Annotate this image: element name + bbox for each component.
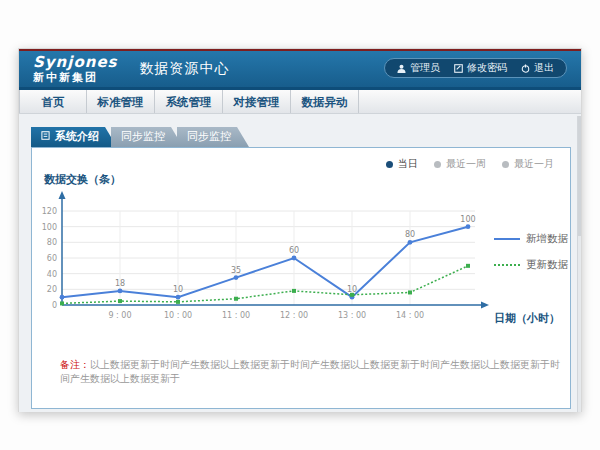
footnote: 备注：以上数据更新于时间产生数据以上数据更新于时间产生数据以上数据更新于时间产生… xyxy=(60,358,560,386)
user-icon xyxy=(397,64,406,73)
vertical-scrollbar[interactable] xyxy=(577,116,581,412)
scrollbar-thumb[interactable] xyxy=(578,116,581,236)
tab-system-intro[interactable]: 系统介绍 xyxy=(31,127,117,147)
user-menu[interactable]: 管理员 xyxy=(397,61,440,75)
user-pill: 管理员 修改密码 退出 xyxy=(384,58,567,78)
svg-text:35: 35 xyxy=(231,266,241,275)
legend-label: 更新数据 xyxy=(526,258,568,272)
svg-text:11 : 00: 11 : 00 xyxy=(222,311,250,320)
nav-item-standard-mgmt[interactable]: 标准管理 xyxy=(87,90,155,113)
svg-text:13 : 00: 13 : 00 xyxy=(338,311,366,320)
change-password-button[interactable]: 修改密码 xyxy=(454,61,507,75)
nav-item-system-mgmt[interactable]: 系统管理 xyxy=(155,90,223,113)
nav-item-interface-mgmt[interactable]: 对接管理 xyxy=(223,90,291,113)
user-label: 管理员 xyxy=(410,61,440,75)
svg-text:120: 120 xyxy=(42,207,57,216)
svg-text:60: 60 xyxy=(47,254,57,263)
legend-update-data: 更新数据 xyxy=(494,258,568,272)
x-axis-title: 日期（小时） xyxy=(494,311,560,326)
logout-button[interactable]: 退出 xyxy=(521,61,554,75)
filter-label: 最近一月 xyxy=(514,157,554,171)
tab-label: 系统介绍 xyxy=(55,127,99,147)
legend-new-data: 新增数据 xyxy=(494,232,568,246)
app-window: Synjones 新中新集团 数据资源中心 管理员 修改密码 退出 xyxy=(18,48,582,412)
logo-text: Synjones xyxy=(33,55,118,70)
svg-text:18: 18 xyxy=(115,279,125,288)
svg-text:10 : 00: 10 : 00 xyxy=(164,311,192,320)
svg-text:14 : 00: 14 : 00 xyxy=(396,311,424,320)
radio-dot-icon xyxy=(434,161,441,168)
svg-text:0: 0 xyxy=(52,301,57,310)
power-icon xyxy=(521,64,530,73)
svg-text:60: 60 xyxy=(289,246,299,255)
svg-text:100: 100 xyxy=(42,223,57,232)
main-nav: 首页 标准管理 系统管理 对接管理 数据异动 xyxy=(19,90,581,114)
footnote-text: 以上数据更新于时间产生数据以上数据更新于时间产生数据以上数据更新于时间产生数据以… xyxy=(60,359,560,384)
logo-subtext: 新中新集团 xyxy=(33,72,118,83)
document-icon xyxy=(41,127,50,147)
nav-item-data-change[interactable]: 数据异动 xyxy=(291,90,359,113)
svg-text:80: 80 xyxy=(47,238,57,247)
logout-label: 退出 xyxy=(534,61,554,75)
dotted-line-sample-icon xyxy=(494,264,520,266)
svg-text:20: 20 xyxy=(47,285,57,294)
page-title: 数据资源中心 xyxy=(140,60,230,78)
svg-text:10: 10 xyxy=(347,285,357,294)
content-area: 系统介绍 同步监控 同步监控 当日 最近一周 xyxy=(19,114,581,412)
chart-panel: 当日 最近一周 最近一月 数据交换（条） 0204060801001209 : … xyxy=(31,147,571,409)
nav-item-home[interactable]: 首页 xyxy=(19,90,87,113)
tab-label: 同步监控 xyxy=(187,127,231,147)
filter-option-today[interactable]: 当日 xyxy=(386,157,418,171)
footnote-prefix: 备注： xyxy=(60,359,90,370)
svg-text:9 : 00: 9 : 00 xyxy=(108,311,131,320)
radio-dot-icon xyxy=(502,161,509,168)
filter-label: 当日 xyxy=(398,157,418,171)
tab-sync-monitor-2[interactable]: 同步监控 xyxy=(177,127,249,147)
time-range-filters: 当日 最近一周 最近一月 xyxy=(386,157,554,171)
svg-text:100: 100 xyxy=(460,215,475,224)
filter-option-last-week[interactable]: 最近一周 xyxy=(434,157,486,171)
tab-bar: 系统介绍 同步监控 同步监控 xyxy=(31,127,249,147)
radio-dot-icon xyxy=(386,161,393,168)
tab-sync-monitor-1[interactable]: 同步监控 xyxy=(111,127,183,147)
svg-text:10: 10 xyxy=(173,285,183,294)
line-chart: 0204060801001209 : 0010 : 0011 : 0012 : … xyxy=(37,186,497,326)
change-password-label: 修改密码 xyxy=(467,61,507,75)
app-header: Synjones 新中新集团 数据资源中心 管理员 修改密码 退出 xyxy=(19,51,581,87)
series-legend: 新增数据 更新数据 xyxy=(494,232,568,272)
filter-option-last-month[interactable]: 最近一月 xyxy=(502,157,554,171)
solid-line-sample-icon xyxy=(494,238,520,240)
svg-text:12 : 00: 12 : 00 xyxy=(280,311,308,320)
filter-label: 最近一周 xyxy=(446,157,486,171)
tab-label: 同步监控 xyxy=(121,127,165,147)
svg-text:80: 80 xyxy=(405,230,415,239)
logo: Synjones 新中新集团 xyxy=(33,55,118,83)
svg-text:40: 40 xyxy=(47,270,57,279)
edit-icon xyxy=(454,64,463,73)
y-axis-title: 数据交换（条） xyxy=(44,172,121,187)
legend-label: 新增数据 xyxy=(526,232,568,246)
